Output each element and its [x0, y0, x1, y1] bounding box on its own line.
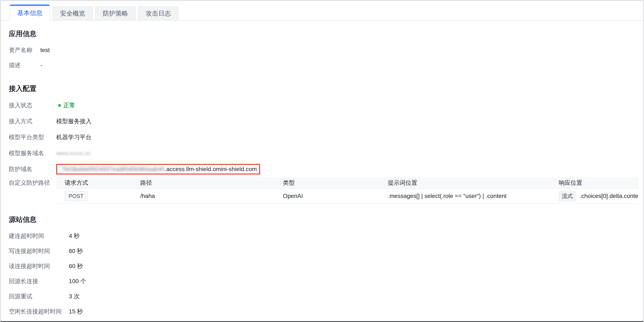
read-timeout-label: 读连接超时时间 — [9, 262, 69, 270]
cell-response-location: 流式.choices[0].delta.content+1 — [550, 188, 638, 204]
protected-domain-highlight-box: 7b03bdda5f924937ead85d5b984aab40 .access… — [56, 164, 260, 174]
section-title-app-info: 应用信息 — [9, 30, 638, 37]
origin-retry-label: 回源重试 — [9, 292, 69, 300]
field-model-platform-type: 模型平台类型 机器学习平台 — [9, 129, 638, 145]
field-protected-domain: 防护域名 7b03bdda5f924937ead85d5b984aab40 .a… — [9, 161, 638, 177]
custom-path-header-row: 请求方式 路径 类型 提示词位置 响应位置 — [56, 177, 638, 188]
access-status-value: 正常 — [64, 102, 75, 109]
col-header-method: 请求方式 — [56, 177, 132, 188]
custom-path-table: 请求方式 路径 类型 提示词位置 响应位置 POST — [56, 177, 638, 204]
custom-path-table-wrap: 请求方式 路径 类型 提示词位置 响应位置 POST — [56, 177, 638, 204]
field-write-timeout: 写连接超时时间 60 秒 — [9, 244, 638, 258]
status-dot-icon — [58, 104, 61, 107]
method-badge: POST — [65, 191, 88, 201]
section-title-access-config: 接入配置 — [9, 85, 638, 92]
model-platform-type-label: 模型平台类型 — [9, 133, 56, 141]
col-header-response-location: 响应位置 — [550, 177, 638, 188]
app-detail-page: 基本信息 安全概览 防护策略 攻击日志 应用信息 资产名称 test 描述 - … — [0, 0, 644, 322]
col-header-path: 路径 — [132, 177, 274, 188]
write-timeout-value: 60 秒 — [69, 247, 83, 255]
access-status-label: 接入状态 — [9, 102, 56, 109]
asset-name-value: test — [40, 47, 50, 54]
field-connect-timeout: 建连超时时间 4 秒 — [9, 228, 638, 244]
protected-domain-label: 防护域名 — [9, 165, 56, 173]
field-keepalive-connections: 回源长连接 100 个 — [9, 274, 638, 289]
tab-bar: 基本信息 安全概览 防护策略 攻击日志 — [0, 0, 644, 20]
field-access-status: 接入状态 正常 — [9, 98, 638, 113]
field-read-timeout: 读连接超时时间 60 秒 — [9, 258, 638, 274]
asset-name-label: 资产名称 — [9, 46, 40, 54]
access-method-value: 模型服务接入 — [56, 117, 92, 125]
protected-domain-prefix-redacted: 7b03bdda5f924937ead85d5b984aab40 — [62, 166, 165, 172]
origin-retry-value: 3 次 — [69, 292, 80, 300]
custom-path-table-row: POST /haha OpenAI .messages[] | select(.… — [56, 188, 638, 204]
field-access-method: 接入方式 模型服务接入 — [9, 113, 638, 129]
keepalive-connections-label: 回源长连接 — [9, 277, 69, 285]
stream-mode-tag: 流式 — [559, 191, 576, 202]
col-header-prompt-location: 提示词位置 — [380, 177, 550, 188]
field-asset-name: 资产名称 test — [9, 42, 638, 58]
description-value: - — [40, 62, 42, 69]
tab-protection-policy[interactable]: 防护策略 — [95, 6, 136, 20]
field-model-service-domain: 模型服务域名 www.xxxxx.cn — [9, 145, 638, 161]
status-badge: 正常 — [58, 102, 75, 109]
connect-timeout-label: 建连超时时间 — [9, 232, 69, 240]
cell-path: /haha — [132, 188, 274, 204]
tab-attack-log[interactable]: 攻击日志 — [138, 6, 178, 20]
custom-path-label: 自定义防护路径 — [9, 177, 56, 188]
model-service-domain-value-redacted: www.xxxxx.cn — [56, 150, 90, 156]
field-idle-keepalive-timeout: 空闲长连接超时时间 15 秒 — [9, 304, 638, 319]
tab-basic-info[interactable]: 基本信息 — [10, 4, 50, 20]
field-custom-path: 自定义防护路径 请求方式 路径 类型 提示词位置 响应位置 — [9, 177, 638, 204]
app-info-list: 资产名称 test 描述 - — [9, 42, 638, 73]
response-location-text: .choices[0].delta.content — [580, 193, 638, 199]
connect-timeout-value: 4 秒 — [69, 232, 80, 240]
keepalive-connections-value: 100 个 — [69, 277, 86, 285]
protected-domain-suffix: .access.llm-shield.omini-shield.com — [165, 166, 257, 172]
model-service-domain-label: 模型服务域名 — [9, 149, 56, 157]
idle-keepalive-timeout-value: 15 秒 — [69, 308, 83, 316]
model-platform-type-value: 机器学习平台 — [56, 133, 92, 141]
field-description: 描述 - — [9, 58, 638, 73]
tab-security-overview[interactable]: 安全概览 — [52, 6, 93, 20]
col-header-type: 类型 — [274, 177, 380, 188]
section-title-origin-info: 源站信息 — [9, 216, 638, 223]
description-label: 描述 — [9, 61, 40, 69]
read-timeout-value: 60 秒 — [69, 262, 83, 270]
basic-info-panel: 应用信息 资产名称 test 描述 - 接入配置 接入状态 正常 接入方式 — [0, 20, 644, 319]
cell-prompt-location: .messages[] | select(.role == "user") | … — [380, 188, 550, 204]
write-timeout-label: 写连接超时时间 — [9, 247, 69, 255]
origin-info-list: 建连超时时间 4 秒 写连接超时时间 60 秒 读连接超时时间 60 秒 回源长… — [9, 228, 638, 319]
idle-keepalive-timeout-label: 空闲长连接超时时间 — [9, 308, 69, 316]
cell-method: POST — [56, 188, 132, 204]
field-origin-retry: 回源重试 3 次 — [9, 289, 638, 304]
access-config-list: 接入状态 正常 接入方式 模型服务接入 模型平台类型 机器学习平台 模型服务域名… — [9, 98, 638, 204]
access-method-label: 接入方式 — [9, 117, 56, 125]
cell-type: OpenAI — [274, 188, 380, 204]
